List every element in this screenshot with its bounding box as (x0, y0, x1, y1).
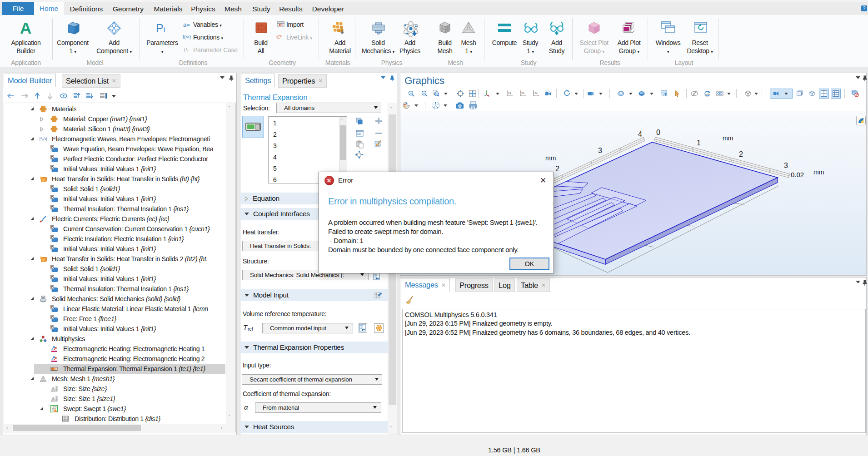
svg-text:!: ! (55, 409, 55, 412)
svg-text:D: D (51, 156, 54, 159)
svg-text:D: D (51, 146, 54, 149)
svg-text:D: D (51, 286, 54, 289)
svg-text:D: D (51, 196, 54, 199)
svg-text:D: D (51, 246, 54, 249)
svg-text:D: D (51, 206, 54, 209)
svg-text:D: D (51, 226, 54, 229)
svg-text:D: D (51, 166, 54, 169)
svg-text:D: D (51, 276, 54, 279)
svg-text:D: D (51, 236, 54, 239)
svg-text:D: D (51, 326, 54, 329)
svg-text:D: D (51, 316, 54, 319)
svg-text:D: D (51, 306, 54, 309)
svg-text:D: D (51, 186, 54, 189)
svg-text:D: D (51, 266, 54, 269)
